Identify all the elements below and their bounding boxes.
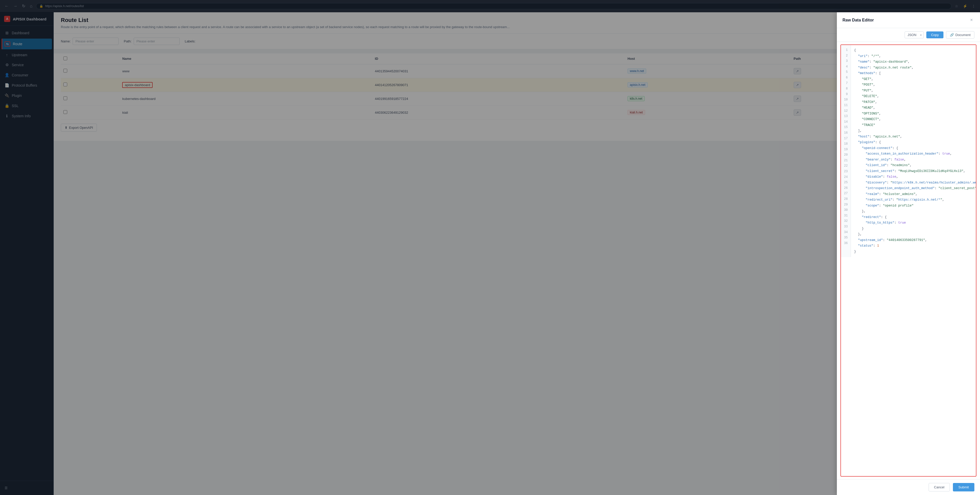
document-label: Document (955, 33, 970, 37)
cancel-button[interactable]: Cancel (929, 483, 950, 492)
line-numbers: 12345 678910 1112131415 1617181920 21222… (841, 45, 851, 257)
modal-overlay[interactable] (0, 0, 980, 495)
format-select[interactable]: JSON YAML (905, 32, 924, 38)
copy-button[interactable]: Copy (926, 32, 943, 38)
link-icon: 🔗 (950, 33, 954, 37)
modal-close-button[interactable]: × (969, 17, 974, 23)
document-button[interactable]: 🔗 Document (946, 31, 974, 38)
modal-footer: Cancel Submit (837, 479, 980, 495)
code-block: 12345 678910 1112131415 1617181920 21222… (841, 45, 976, 257)
code-text: { "uri": "/*", "name": "apisix-dashboard… (851, 45, 976, 257)
modal-title: Raw Data Editor (843, 18, 874, 22)
code-editor[interactable]: 12345 678910 1112131415 1617181920 21222… (840, 45, 977, 477)
submit-button[interactable]: Submit (953, 483, 974, 492)
raw-data-editor-modal: Raw Data Editor × JSON YAML Copy 🔗 Docum… (837, 12, 980, 495)
modal-header: Raw Data Editor × (837, 12, 980, 28)
modal-toolbar: JSON YAML Copy 🔗 Document (837, 28, 980, 42)
format-select-wrap: JSON YAML (905, 32, 924, 38)
